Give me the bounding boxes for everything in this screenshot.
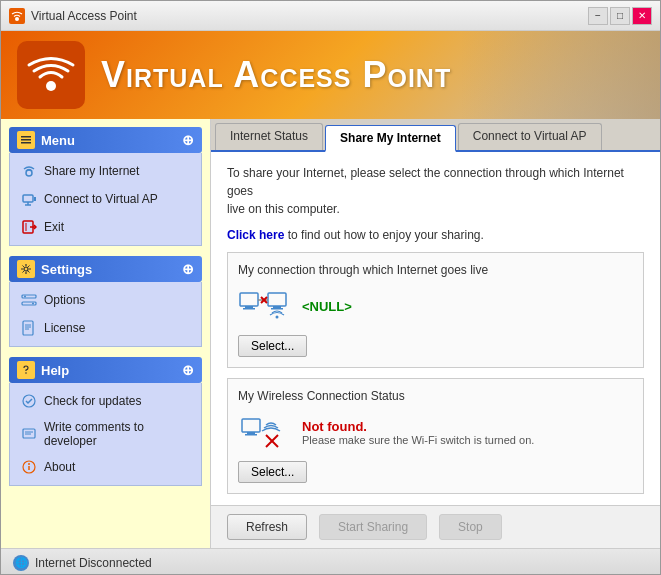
refresh-button[interactable]: Refresh bbox=[227, 514, 307, 540]
sidebar-help-items: Check for updates Write comments to deve… bbox=[9, 383, 202, 486]
sidebar-check-updates-label: Check for updates bbox=[44, 394, 141, 408]
sidebar-item-about[interactable]: About bbox=[10, 453, 201, 481]
info-line2: live on this computer. bbox=[227, 202, 340, 216]
write-comments-icon bbox=[20, 425, 38, 443]
about-icon bbox=[20, 458, 38, 476]
connection-row-1: <NULL> bbox=[238, 285, 633, 327]
check-updates-icon bbox=[20, 392, 38, 410]
wireless-error-icon bbox=[238, 411, 290, 453]
svg-rect-2 bbox=[21, 136, 31, 138]
close-button[interactable]: ✕ bbox=[632, 7, 652, 25]
sidebar-item-exit[interactable]: Exit bbox=[10, 213, 201, 241]
stop-button[interactable]: Stop bbox=[439, 514, 502, 540]
click-here-line: Click here to find out how to enjoy your… bbox=[227, 226, 644, 244]
wireless-status-text: Not found. Please make sure the Wi-Fi sw… bbox=[302, 419, 534, 446]
titlebar: Virtual Access Point − □ ✕ bbox=[1, 1, 660, 31]
connect-virtual-icon bbox=[20, 190, 38, 208]
menu-collapse-arrow: ⊕ bbox=[182, 132, 194, 148]
svg-rect-42 bbox=[245, 434, 257, 436]
svg-rect-40 bbox=[242, 419, 260, 432]
app-header-title: Virtual Access Point bbox=[101, 54, 451, 96]
sidebar-exit-label: Exit bbox=[44, 220, 64, 234]
svg-point-22 bbox=[25, 372, 27, 374]
select-button-2[interactable]: Select... bbox=[238, 461, 307, 483]
svg-rect-31 bbox=[245, 306, 253, 308]
maximize-button[interactable]: □ bbox=[610, 7, 630, 25]
tab-content: To share your Internet, please select th… bbox=[211, 152, 660, 505]
network-error-icon-1 bbox=[238, 285, 290, 327]
svg-rect-3 bbox=[21, 139, 31, 141]
sidebar-section-menu: Menu ⊕ Share my Internet bbox=[9, 127, 202, 246]
sidebar-settings-header[interactable]: Settings ⊕ bbox=[9, 256, 202, 282]
tab-bar: Internet Status Share My Internet Connec… bbox=[211, 119, 660, 152]
app-title: Virtual Access Point bbox=[31, 9, 588, 23]
connection-row-2: Not found. Please make sure the Wi-Fi sw… bbox=[238, 411, 633, 453]
sidebar-about-label: About bbox=[44, 460, 75, 474]
sidebar-help-icon: Help bbox=[17, 361, 69, 379]
click-here-link[interactable]: Click here bbox=[227, 228, 284, 242]
svg-point-13 bbox=[24, 267, 28, 271]
svg-point-17 bbox=[32, 303, 34, 305]
connection-box-2-title: My Wireless Connection Status bbox=[238, 389, 633, 403]
connection-box-wireless: My Wireless Connection Status bbox=[227, 378, 644, 494]
sidebar-menu-label: Menu bbox=[41, 133, 75, 148]
help-collapse-arrow: ⊕ bbox=[182, 362, 194, 378]
start-sharing-button[interactable]: Start Sharing bbox=[319, 514, 427, 540]
svg-point-1 bbox=[46, 81, 56, 91]
svg-rect-30 bbox=[240, 293, 258, 306]
sidebar-item-share-internet[interactable]: Share my Internet bbox=[10, 157, 201, 185]
tab-share-my-internet[interactable]: Share My Internet bbox=[325, 125, 456, 152]
sidebar-item-license[interactable]: License bbox=[10, 314, 201, 342]
svg-point-16 bbox=[24, 296, 26, 298]
info-line1: To share your Internet, please select th… bbox=[227, 166, 624, 198]
click-here-text: to find out how to enjoy your sharing. bbox=[284, 228, 483, 242]
sidebar-options-label: Options bbox=[44, 293, 85, 307]
statusbar: 🌐 Internet Disconnected bbox=[1, 548, 660, 575]
options-icon bbox=[20, 291, 38, 309]
settings-section-icon bbox=[17, 260, 35, 278]
help-section-icon bbox=[17, 361, 35, 379]
sidebar-item-check-updates[interactable]: Check for updates bbox=[10, 387, 201, 415]
svg-rect-34 bbox=[273, 306, 281, 308]
sidebar-help-header[interactable]: Help ⊕ bbox=[9, 357, 202, 383]
svg-rect-4 bbox=[21, 142, 31, 144]
sidebar-settings-icon: Settings bbox=[17, 260, 92, 278]
app-logo bbox=[17, 41, 85, 109]
sidebar-share-internet-label: Share my Internet bbox=[44, 164, 139, 178]
sidebar-item-connect-virtual[interactable]: Connect to Virtual AP bbox=[10, 185, 201, 213]
sidebar-connect-virtual-label: Connect to Virtual AP bbox=[44, 192, 158, 206]
sidebar-help-label: Help bbox=[41, 363, 69, 378]
svg-rect-18 bbox=[23, 321, 33, 335]
not-found-sub-text: Please make sure the Wi-Fi switch is tur… bbox=[302, 434, 534, 446]
settings-collapse-arrow: ⊕ bbox=[182, 261, 194, 277]
tab-internet-status[interactable]: Internet Status bbox=[215, 123, 323, 150]
svg-point-0 bbox=[15, 17, 19, 21]
sidebar-menu-items: Share my Internet Connect to Virtual AP bbox=[9, 153, 202, 246]
share-internet-icon bbox=[20, 162, 38, 180]
sidebar-section-help: Help ⊕ Check for updates bbox=[9, 357, 202, 486]
svg-rect-9 bbox=[34, 197, 36, 201]
sidebar-item-options[interactable]: Options bbox=[10, 286, 201, 314]
sidebar-settings-items: Options License bbox=[9, 282, 202, 347]
svg-point-39 bbox=[276, 316, 279, 319]
select-button-1[interactable]: Select... bbox=[238, 335, 307, 357]
menu-section-icon bbox=[17, 131, 35, 149]
minimize-button[interactable]: − bbox=[588, 7, 608, 25]
exit-icon bbox=[20, 218, 38, 236]
svg-rect-32 bbox=[243, 308, 255, 310]
connection-box-1-title: My connection through which Internet goe… bbox=[238, 263, 633, 277]
app-header: Virtual Access Point bbox=[1, 31, 660, 119]
main-layout: Menu ⊕ Share my Internet bbox=[1, 119, 660, 548]
license-icon bbox=[20, 319, 38, 337]
connection-box-internet: My connection through which Internet goe… bbox=[227, 252, 644, 368]
header-graphic bbox=[460, 31, 660, 119]
sidebar-section-settings: Settings ⊕ Options bbox=[9, 256, 202, 347]
sidebar-item-write-comments[interactable]: Write comments to developer bbox=[10, 415, 201, 453]
globe-icon: 🌐 bbox=[13, 555, 29, 571]
svg-rect-33 bbox=[268, 293, 286, 306]
tab-connect-virtual-ap[interactable]: Connect to Virtual AP bbox=[458, 123, 602, 150]
sidebar-menu-header[interactable]: Menu ⊕ bbox=[9, 127, 202, 153]
info-text-1: To share your Internet, please select th… bbox=[227, 164, 644, 218]
sidebar-menu-icon: Menu bbox=[17, 131, 75, 149]
window-controls: − □ ✕ bbox=[588, 7, 652, 25]
